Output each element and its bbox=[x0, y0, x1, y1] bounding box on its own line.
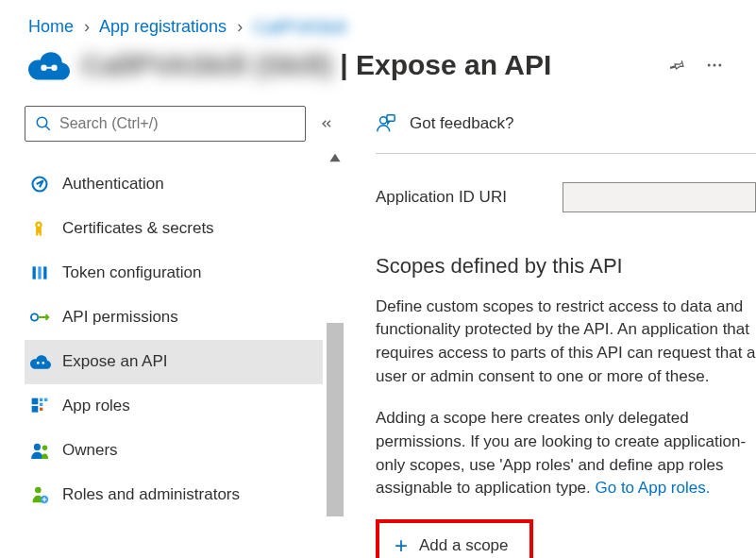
svg-point-1 bbox=[51, 64, 57, 70]
svg-point-25 bbox=[380, 116, 387, 123]
svg-point-2 bbox=[708, 63, 711, 66]
app-cloud-icon bbox=[28, 50, 70, 80]
token-icon bbox=[30, 263, 57, 282]
search-icon bbox=[35, 115, 52, 132]
svg-rect-9 bbox=[33, 267, 36, 279]
sidebar-item-token-configuration[interactable]: Token configuration bbox=[25, 251, 323, 296]
breadcrumb: Home › App registrations › CallPVASkill bbox=[0, 0, 756, 47]
app-id-uri-input[interactable] bbox=[563, 182, 756, 212]
svg-rect-10 bbox=[38, 267, 41, 279]
main-content: Got feedback? Application ID URI Scopes … bbox=[344, 106, 756, 527]
roles-icon bbox=[30, 485, 57, 504]
scrollbar-thumb[interactable] bbox=[327, 323, 344, 516]
svg-rect-26 bbox=[387, 115, 395, 121]
sidebar-item-label: Authentication bbox=[62, 175, 164, 194]
svg-point-14 bbox=[42, 362, 44, 364]
app-name-blurred: CallPVASkill (Skill) bbox=[81, 49, 332, 81]
breadcrumb-home[interactable]: Home bbox=[28, 17, 74, 36]
search-box[interactable] bbox=[25, 106, 306, 142]
sidebar-item-api-permissions[interactable]: API permissions bbox=[25, 296, 323, 340]
app-id-uri-row: Application ID URI bbox=[376, 182, 756, 212]
sidebar-scroll: AuthenticationCertificates & secretsToke… bbox=[25, 153, 344, 516]
sidebar-item-certificates-secrets[interactable]: Certificates & secrets bbox=[25, 207, 323, 251]
exposeapi-icon bbox=[30, 354, 57, 369]
add-scope-button[interactable]: + Add a scope bbox=[383, 527, 526, 558]
sidebar-item-label: Token configuration bbox=[62, 263, 201, 282]
sidebar-item-label: Roles and administrators bbox=[62, 485, 240, 504]
breadcrumb-sep-icon: › bbox=[84, 17, 90, 36]
svg-point-23 bbox=[35, 487, 42, 494]
add-scope-label: Add a scope bbox=[419, 536, 509, 555]
sidebar-item-label: API permissions bbox=[62, 308, 178, 327]
sidebar-item-roles-and-administrators[interactable]: Roles and administrators bbox=[25, 473, 323, 517]
sidebar-item-label: App roles bbox=[62, 397, 130, 415]
svg-point-3 bbox=[714, 63, 716, 66]
sidebar-item-app-roles[interactable]: App roles bbox=[25, 384, 323, 429]
svg-rect-17 bbox=[44, 398, 47, 401]
approles-icon bbox=[30, 397, 57, 415]
feedback-link[interactable]: Got feedback? bbox=[376, 106, 756, 142]
search-input[interactable] bbox=[59, 115, 295, 132]
sidebar-item-authentication[interactable]: Authentication bbox=[25, 162, 323, 207]
svg-point-21 bbox=[34, 444, 41, 450]
owners-icon bbox=[30, 442, 57, 459]
svg-rect-15 bbox=[32, 398, 39, 405]
svg-point-12 bbox=[31, 314, 38, 321]
sidebar-item-expose-an-api[interactable]: Expose an API bbox=[25, 340, 323, 384]
key-icon bbox=[30, 219, 57, 238]
apiperm-icon bbox=[30, 309, 57, 326]
svg-line-6 bbox=[45, 126, 50, 130]
svg-point-8 bbox=[33, 178, 47, 192]
breadcrumb-app-registrations[interactable]: App registrations bbox=[99, 17, 227, 36]
scopes-description-2: Adding a scope here creates only delegat… bbox=[376, 407, 756, 500]
go-to-app-roles-link[interactable]: Go to App roles. bbox=[596, 479, 711, 497]
pin-icon[interactable] bbox=[664, 52, 690, 78]
page-title: | Expose an API bbox=[340, 49, 551, 81]
divider bbox=[376, 153, 756, 154]
scrollbar-track[interactable] bbox=[327, 153, 344, 516]
svg-rect-20 bbox=[40, 408, 42, 411]
svg-point-5 bbox=[37, 117, 47, 127]
more-icon[interactable] bbox=[701, 52, 728, 78]
collapse-sidebar-icon[interactable] bbox=[317, 114, 336, 133]
scopes-description-1: Define custom scopes to restrict access … bbox=[376, 296, 756, 389]
feedback-icon bbox=[376, 113, 396, 134]
breadcrumb-sep-icon: › bbox=[237, 17, 243, 36]
sidebar-item-label: Expose an API bbox=[62, 352, 168, 371]
title-bar: CallPVASkill (Skill) | Expose an API bbox=[0, 47, 756, 106]
auth-icon bbox=[30, 175, 57, 194]
sidebar-item-label: Certificates & secrets bbox=[62, 219, 214, 238]
sidebar-item-label: Owners bbox=[62, 441, 118, 460]
plus-icon: + bbox=[395, 534, 408, 557]
svg-point-4 bbox=[718, 63, 721, 66]
breadcrumb-current[interactable]: CallPVASkill bbox=[253, 18, 346, 38]
svg-point-22 bbox=[42, 446, 47, 450]
sidebar-item-owners[interactable]: Owners bbox=[25, 429, 323, 473]
sidebar: AuthenticationCertificates & secretsToke… bbox=[25, 106, 344, 527]
scopes-section-title: Scopes defined by this API bbox=[376, 254, 756, 279]
svg-rect-19 bbox=[32, 406, 39, 413]
app-id-uri-label: Application ID URI bbox=[376, 188, 563, 207]
svg-point-0 bbox=[41, 64, 46, 70]
svg-point-13 bbox=[37, 362, 40, 364]
svg-rect-16 bbox=[40, 398, 42, 401]
add-scope-highlight: + Add a scope bbox=[376, 519, 533, 558]
svg-rect-11 bbox=[43, 267, 46, 279]
svg-rect-18 bbox=[40, 403, 42, 406]
feedback-label: Got feedback? bbox=[410, 114, 514, 133]
